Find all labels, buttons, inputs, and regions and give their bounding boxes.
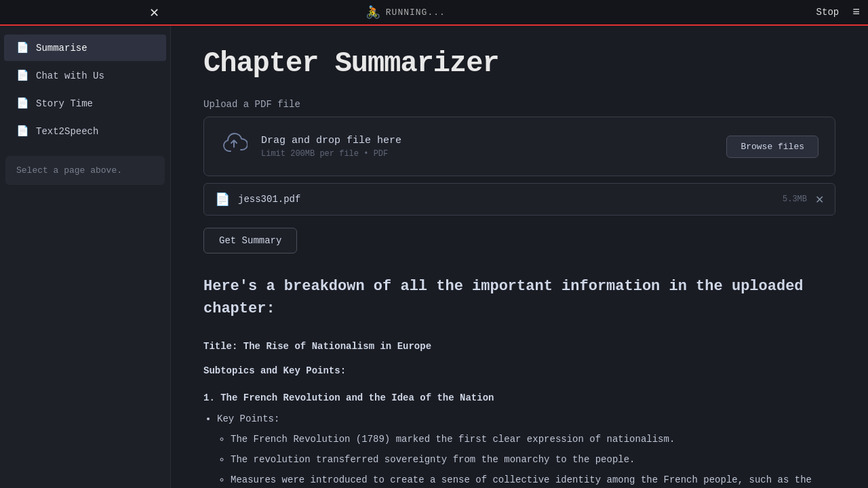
- drop-zone[interactable]: Drag and drop file here Limit 200MB per …: [203, 117, 835, 176]
- browse-files-button[interactable]: Browse files: [726, 136, 818, 158]
- sidebar-label-chat: Chat with Us: [36, 70, 104, 81]
- doc-icon-summarise: 📄: [16, 41, 29, 54]
- sidebar-label-story: Story Time: [36, 98, 93, 109]
- sidebar-hint-text: Select a page above.: [16, 165, 122, 176]
- upload-label: Upload a PDF file: [203, 99, 835, 110]
- title-field: Title: The Rise of Nationalism in Europe: [203, 339, 835, 355]
- file-item: 📄 jess301.pdf 5.3MB ✕: [203, 183, 835, 216]
- get-summary-button[interactable]: Get Summary: [203, 228, 297, 253]
- keypoints-label: Key Points:: [217, 411, 835, 428]
- main-layout: 📄 Summarise 📄 Chat with Us 📄 Story Time …: [0, 26, 868, 488]
- sidebar: 📄 Summarise 📄 Chat with Us 📄 Story Time …: [0, 26, 171, 488]
- topbar: 🚴 RUNNING... Stop ≡ ✕: [0, 0, 868, 26]
- sidebar-hint: Select a page above.: [5, 156, 165, 185]
- doc-icon-text2speech: 📄: [16, 125, 29, 138]
- sidebar-item-summarise[interactable]: 📄 Summarise: [4, 35, 166, 61]
- bullet-1: The French Revolution (1789) marked the …: [231, 432, 835, 448]
- running-text: RUNNING...: [386, 7, 446, 18]
- content-area: Chapter Summarizer Upload a PDF file Dra…: [171, 26, 868, 488]
- file-doc-icon: 📄: [215, 192, 230, 207]
- file-remove-button[interactable]: ✕: [815, 193, 824, 206]
- sidebar-label-summarise: Summarise: [36, 43, 87, 54]
- doc-icon-chat: 📄: [16, 69, 29, 82]
- dropzone-sub-text: Limit 200MB per file • PDF: [261, 149, 713, 159]
- dropzone-main-text: Drag and drop file here: [261, 135, 713, 146]
- cloud-upload-icon: [220, 131, 248, 162]
- sidebar-item-chat-with-us[interactable]: 📄 Chat with Us: [4, 62, 166, 89]
- page-title: Chapter Summarizer: [203, 47, 835, 80]
- bullet-2: The revolution transferred sovereignty f…: [231, 452, 835, 468]
- section1-title: 1. The French Revolution and the Idea of…: [203, 390, 835, 407]
- sidebar-label-text2speech: Text2Speech: [36, 126, 98, 137]
- bullet-3: Measures were introduced to create a sen…: [231, 472, 835, 488]
- file-size: 5.3MB: [783, 195, 807, 204]
- summary-content: Title: The Rise of Nationalism in Europe…: [203, 339, 835, 488]
- close-sidebar-button[interactable]: ✕: [149, 5, 159, 20]
- menu-icon[interactable]: ≡: [852, 5, 860, 19]
- doc-icon-story: 📄: [16, 97, 29, 110]
- summary-intro: Here's a breakdown of all the important …: [203, 275, 835, 320]
- stop-button[interactable]: Stop: [811, 4, 845, 20]
- subtopics-label: Subtopics and Key Points:: [203, 363, 835, 380]
- running-icon: 🚴: [366, 5, 380, 20]
- sidebar-item-story-time[interactable]: 📄 Story Time: [4, 90, 166, 117]
- running-status: 🚴 RUNNING...: [366, 5, 446, 20]
- sidebar-item-text2speech[interactable]: 📄 Text2Speech: [4, 118, 166, 144]
- drop-zone-text: Drag and drop file here Limit 200MB per …: [261, 135, 713, 159]
- file-name: jess301.pdf: [238, 194, 769, 205]
